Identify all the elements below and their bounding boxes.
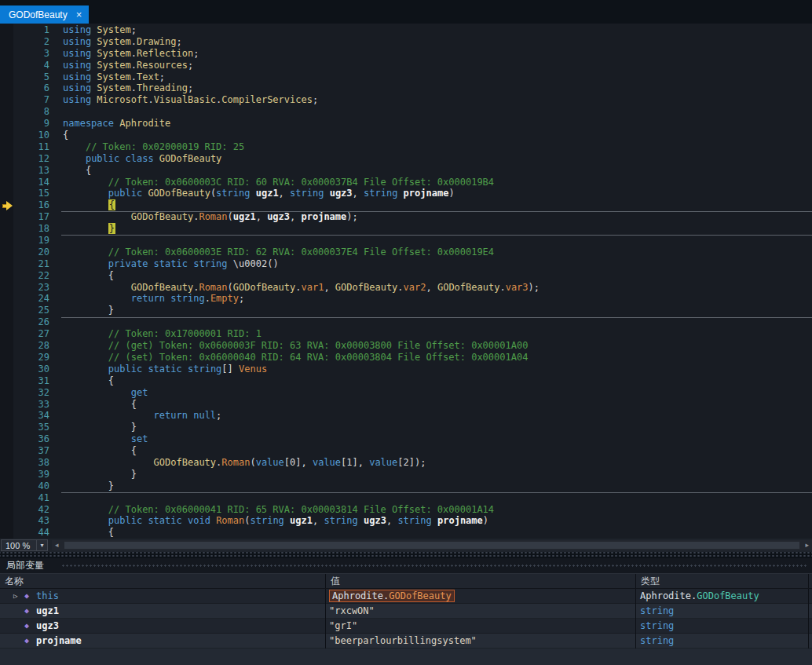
- code-line-32[interactable]: get: [63, 387, 812, 399]
- code-line-26[interactable]: [63, 316, 812, 328]
- variable-name: this: [36, 590, 59, 601]
- variable-type: string: [636, 604, 809, 619]
- code-line-12[interactable]: public class GODofBeauty: [63, 153, 812, 165]
- code-line-38[interactable]: GODofBeauty.Roman(value[0], value[1], va…: [63, 457, 812, 469]
- code-line-10[interactable]: {: [63, 130, 812, 141]
- column-header-type[interactable]: 类型: [636, 574, 809, 588]
- line-number: 42: [13, 504, 49, 516]
- code-line-2[interactable]: using System.Drawing;: [63, 36, 812, 48]
- code-line-16[interactable]: {: [63, 199, 812, 211]
- line-number: 44: [13, 527, 49, 539]
- code-line-4[interactable]: using System.Resources;: [63, 60, 812, 71]
- code-line-23[interactable]: GODofBeauty.Roman(GODofBeauty.var1, GODo…: [63, 282, 812, 294]
- code-line-1[interactable]: using System;: [63, 24, 812, 36]
- tab-godofbeauty[interactable]: GODofBeauty ×: [0, 5, 89, 24]
- locals-row-ugz3[interactable]: ◆ugz3"grI"string: [0, 619, 812, 634]
- locals-title-text: 局部变量: [6, 560, 44, 571]
- code-line-31[interactable]: {: [63, 375, 812, 387]
- line-number: 12: [13, 153, 49, 165]
- line-number: 10: [13, 130, 49, 141]
- expander-icon[interactable]: ▷: [13, 589, 17, 603]
- locals-row-projname[interactable]: ◆projname"beerparlourbillingsystem"strin…: [0, 634, 812, 649]
- code-line-20[interactable]: // Token: 0x0600003E RID: 62 RVA: 0x0000…: [63, 247, 812, 258]
- code-line-40[interactable]: }: [63, 480, 812, 492]
- code-editor[interactable]: 1234567891011121314151617181920212223242…: [0, 24, 812, 539]
- code-line-13[interactable]: {: [63, 165, 812, 177]
- scrollbar-thumb[interactable]: [64, 542, 799, 549]
- code-line-37[interactable]: {: [63, 445, 812, 457]
- variable-value[interactable]: "beerparlourbillingsystem": [326, 634, 636, 649]
- code-line-6[interactable]: using System.Threading;: [63, 82, 812, 94]
- code-lines[interactable]: using System;using System.Drawing;using …: [63, 24, 812, 539]
- variable-value[interactable]: Aphrodite.GODofBeauty: [326, 589, 636, 604]
- editor-bottom-bar: 100 % ▾ ◂ ▸: [0, 539, 812, 552]
- line-number: 37: [13, 445, 49, 457]
- tab-close-icon[interactable]: ×: [76, 9, 82, 20]
- line-number: 43: [13, 515, 49, 527]
- code-line-30[interactable]: public static string[] Venus: [63, 364, 812, 375]
- variable-icon: ◆: [24, 604, 29, 618]
- line-number: 25: [13, 305, 49, 316]
- line-number: 31: [13, 375, 49, 387]
- code-line-43[interactable]: public static void Roman(string ugz1, st…: [63, 515, 812, 527]
- horizontal-scrollbar[interactable]: ◂ ▸: [52, 540, 812, 550]
- code-line-28[interactable]: // (get) Token: 0x0600003F RID: 63 RVA: …: [63, 340, 812, 352]
- locals-row-this[interactable]: ▷◆thisAphrodite.GODofBeautyAphrodite.GOD…: [0, 589, 812, 604]
- breakpoint-margin[interactable]: [0, 24, 13, 539]
- code-line-18[interactable]: }: [63, 223, 812, 235]
- code-line-5[interactable]: using System.Text;: [63, 71, 812, 83]
- code-line-39[interactable]: }: [63, 469, 812, 480]
- code-line-36[interactable]: set: [63, 433, 812, 445]
- line-number: 32: [13, 387, 49, 399]
- variable-icon: ◆: [24, 589, 29, 603]
- code-line-21[interactable]: private static string \u0002(): [63, 258, 812, 270]
- member-separator: [61, 235, 812, 236]
- variable-name-cell[interactable]: ◆ugz3: [0, 619, 326, 634]
- member-separator: [61, 211, 812, 212]
- code-line-3[interactable]: using System.Reflection;: [63, 48, 812, 60]
- code-line-19[interactable]: [63, 235, 812, 247]
- variable-value[interactable]: "grI": [326, 619, 636, 634]
- variable-type: string: [636, 634, 809, 649]
- column-header-name[interactable]: 名称: [0, 574, 326, 588]
- zoom-level-dropdown[interactable]: 100 %: [1, 539, 37, 551]
- code-line-29[interactable]: // (set) Token: 0x06000040 RID: 64 RVA: …: [63, 352, 812, 364]
- tab-title: GODofBeauty: [9, 9, 68, 20]
- line-number: 17: [13, 211, 49, 223]
- variable-name-cell[interactable]: ▷◆this: [0, 589, 326, 604]
- code-line-41[interactable]: [63, 492, 812, 504]
- variable-type: string: [636, 619, 809, 634]
- line-number: 23: [13, 282, 49, 294]
- code-line-11[interactable]: // Token: 0x02000019 RID: 25: [63, 141, 812, 153]
- variable-value[interactable]: "rxcwON": [326, 604, 636, 619]
- scroll-right-icon[interactable]: ▸: [805, 540, 809, 550]
- panel-splitter[interactable]: [0, 552, 812, 558]
- member-separator: [61, 492, 812, 493]
- locals-row-ugz1[interactable]: ◆ugz1"rxcwON"string: [0, 604, 812, 619]
- line-number: 21: [13, 258, 49, 270]
- code-line-22[interactable]: {: [63, 270, 812, 282]
- code-line-15[interactable]: public GODofBeauty(string ugz1, string u…: [63, 188, 812, 199]
- code-line-14[interactable]: // Token: 0x0600003C RID: 60 RVA: 0x0000…: [63, 177, 812, 188]
- zoom-dropdown-arrow-icon[interactable]: ▾: [36, 539, 48, 551]
- column-header-value[interactable]: 值: [326, 574, 636, 588]
- code-line-44[interactable]: {: [63, 527, 812, 539]
- line-number: 6: [13, 82, 49, 94]
- code-line-7[interactable]: using Microsoft.VisualBasic.CompilerServ…: [63, 94, 812, 106]
- code-line-35[interactable]: }: [63, 422, 812, 433]
- locals-column-headers: 名称 值 类型: [0, 573, 812, 589]
- code-line-34[interactable]: return null;: [63, 410, 812, 422]
- code-line-8[interactable]: [63, 106, 812, 118]
- variable-name-cell[interactable]: ◆projname: [0, 634, 326, 649]
- scroll-left-icon[interactable]: ◂: [55, 540, 59, 550]
- line-number: 3: [13, 48, 49, 60]
- code-line-17[interactable]: GODofBeauty.Roman(ugz1, ugz3, projname);: [63, 211, 812, 223]
- code-line-33[interactable]: {: [63, 399, 812, 411]
- code-line-25[interactable]: }: [63, 305, 812, 316]
- variable-name-cell[interactable]: ◆ugz1: [0, 604, 326, 619]
- variable-type: Aphrodite.GODofBeauty: [636, 589, 809, 604]
- code-line-9[interactable]: namespace Aphrodite: [63, 118, 812, 130]
- code-line-42[interactable]: // Token: 0x06000041 RID: 65 RVA: 0x0000…: [63, 504, 812, 516]
- code-line-27[interactable]: // Token: 0x17000001 RID: 1: [63, 328, 812, 340]
- code-line-24[interactable]: return string.Empty;: [63, 293, 812, 305]
